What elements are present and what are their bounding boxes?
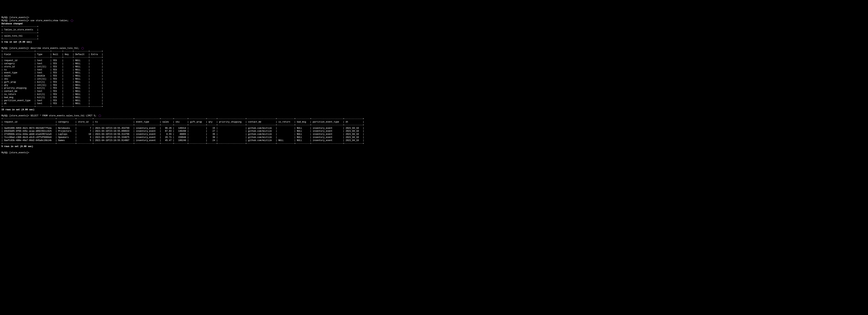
tables-output: +--------------------------+ | Tables_in… [1, 26, 38, 40]
cmd1-line: MySQL [store_events]> use store_events;s… [1, 20, 73, 22]
svg-point-22 [82, 49, 82, 49]
svg-point-46 [100, 115, 101, 115]
svg-point-21 [83, 47, 84, 48]
svg-point-37 [100, 115, 101, 115]
svg-point-35 [101, 116, 101, 116]
svg-point-47 [100, 116, 101, 116]
svg-point-0 [72, 20, 72, 20]
svg-point-6 [71, 21, 71, 22]
svg-point-34 [98, 116, 99, 116]
terminal[interactable]: MySQL [store_events]> MySQL [store_event… [0, 15, 868, 155]
select-output: +---------------------------------------… [1, 118, 364, 145]
svg-point-25 [83, 47, 83, 47]
svg-point-39 [100, 116, 101, 117]
cmd3-footer: 5 rows in set (0.00 sec) [1, 145, 33, 148]
spinner-icon [81, 47, 84, 49]
svg-point-32 [100, 115, 100, 115]
svg-point-33 [100, 117, 100, 117]
cmd3-line: MySQL [store_events]> SELECT * FROM stor… [1, 114, 101, 117]
svg-point-3 [73, 21, 73, 21]
svg-point-20 [82, 47, 82, 48]
svg-point-19 [84, 48, 84, 48]
prompt-line-empty: MySQL [store_events]> [1, 16, 29, 19]
spinner-icon [98, 114, 101, 117]
cmd1-footer: 1 row in set (0.00 sec) [1, 41, 32, 43]
svg-point-23 [83, 49, 84, 49]
spinner-icon [71, 20, 73, 22]
svg-point-1 [72, 22, 72, 22]
svg-point-24 [82, 47, 82, 47]
svg-point-5 [73, 20, 73, 20]
cmd1-text: use store_events;show tables; [30, 20, 69, 22]
cmd3-text: SELECT * FROM store_events.sales_txns_tb… [30, 114, 96, 117]
svg-point-38 [99, 116, 99, 117]
svg-point-7 [73, 21, 73, 22]
svg-point-17 [83, 49, 83, 49]
describe-output: +------------------------+-----------+--… [1, 50, 103, 108]
svg-point-36 [99, 115, 99, 115]
cmd1-result: Database changed [1, 23, 23, 25]
prompt-line-final: MySQL [store_events]> [1, 151, 29, 154]
cmd2-text: describe store_events.sales_txns_tbl; [30, 47, 79, 49]
cmd2-footer: 15 rows in set (0.00 sec) [1, 108, 34, 111]
cmd2-line: MySQL [store_events]> describe store_eve… [1, 47, 84, 49]
svg-point-8 [71, 20, 72, 20]
svg-point-16 [83, 47, 83, 47]
svg-point-4 [71, 20, 71, 20]
svg-point-15 [73, 21, 73, 21]
svg-point-2 [71, 21, 71, 21]
svg-point-18 [81, 48, 82, 48]
